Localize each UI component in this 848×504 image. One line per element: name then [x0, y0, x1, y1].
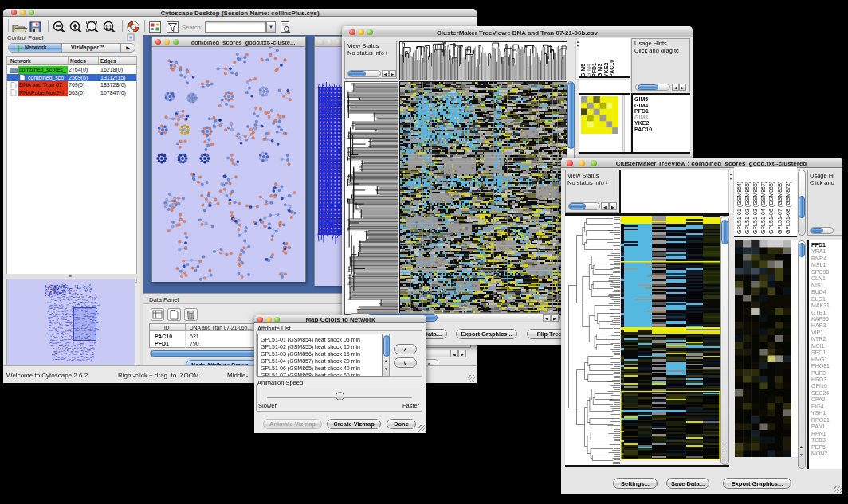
svg-text:1:1: 1:1 — [105, 25, 112, 29]
